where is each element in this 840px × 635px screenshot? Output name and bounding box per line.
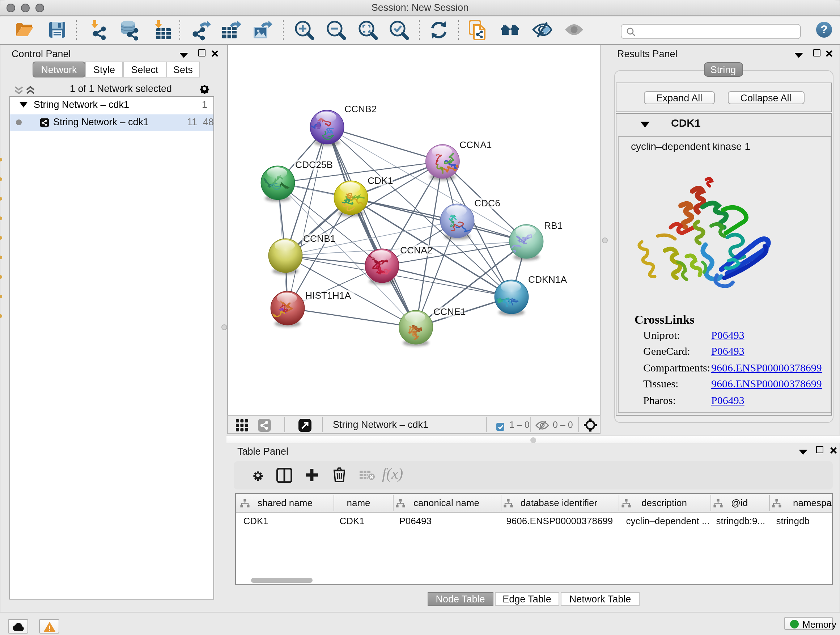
svg-text:CDK1: CDK1 xyxy=(368,175,393,186)
svg-text:CCNE1: CCNE1 xyxy=(433,306,466,317)
svg-text:CCNA2: CCNA2 xyxy=(400,245,432,256)
svg-text:RB1: RB1 xyxy=(544,220,562,231)
svg-text:CDC6: CDC6 xyxy=(474,198,500,209)
svg-text:CDC25B: CDC25B xyxy=(295,159,333,170)
svg-text:CCNB2: CCNB2 xyxy=(344,103,377,114)
svg-text:CDKN1A: CDKN1A xyxy=(528,274,567,285)
svg-text:CCNB1: CCNB1 xyxy=(303,233,335,244)
svg-text:CCNA1: CCNA1 xyxy=(459,139,492,150)
svg-text:HIST1H1A: HIST1H1A xyxy=(305,290,351,301)
